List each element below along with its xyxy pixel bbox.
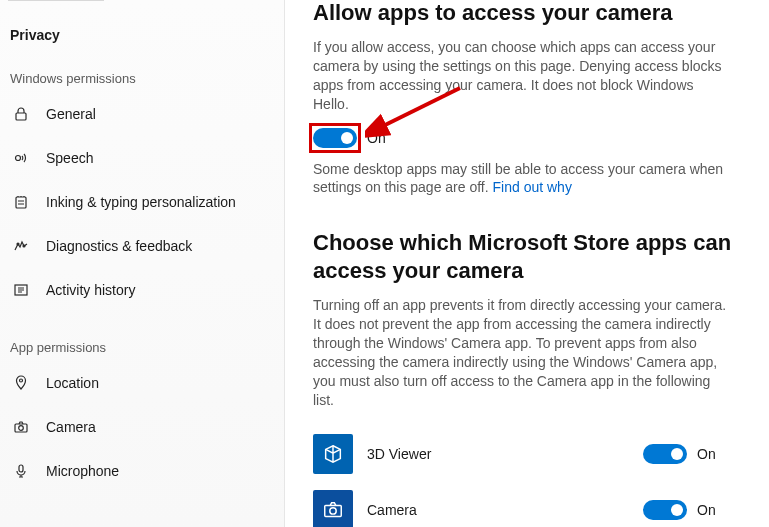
section-note: Some desktop apps may still be able to a… (313, 160, 733, 198)
sidebar-item-label: Speech (46, 150, 93, 166)
sidebar-item-label: General (46, 106, 96, 122)
svg-point-1 (16, 156, 21, 161)
speech-icon (12, 149, 30, 167)
lock-icon (12, 105, 30, 123)
sidebar-item-location[interactable]: Location (0, 361, 284, 405)
cube-icon (313, 434, 353, 474)
location-icon (12, 374, 30, 392)
svg-point-12 (330, 507, 336, 513)
svg-point-8 (19, 426, 24, 431)
sidebar-title: Privacy (0, 21, 284, 61)
section-desc-2: Turning off an app prevents it from dire… (313, 296, 733, 409)
svg-rect-9 (19, 465, 23, 472)
sidebar-item-microphone[interactable]: Microphone (0, 449, 284, 493)
svg-rect-0 (16, 113, 26, 120)
sidebar-item-general[interactable]: General (0, 92, 284, 136)
toggle-state-label: On (697, 502, 716, 518)
sidebar-item-diagnostics[interactable]: Diagnostics & feedback (0, 224, 284, 268)
history-icon (12, 281, 30, 299)
sidebar-item-activity-history[interactable]: Activity history (0, 268, 284, 312)
sidebar-item-label: Inking & typing personalization (46, 194, 236, 210)
app-row-camera: Camera On (313, 482, 733, 527)
app-name: Camera (367, 502, 629, 518)
find-out-why-link[interactable]: Find out why (493, 179, 572, 195)
settings-main: Allow apps to access your camera If you … (285, 0, 769, 527)
camera-app-icon (313, 490, 353, 527)
app-name: 3D Viewer (367, 446, 629, 462)
sidebar-item-camera[interactable]: Camera (0, 405, 284, 449)
svg-rect-2 (16, 197, 26, 208)
sidebar-item-label: Activity history (46, 282, 135, 298)
sidebar-item-label: Microphone (46, 463, 119, 479)
sidebar-item-label: Location (46, 375, 99, 391)
camera-access-toggle[interactable] (313, 128, 357, 148)
sidebar-item-speech[interactable]: Speech (0, 136, 284, 180)
group-label-windows-permissions: Windows permissions (0, 61, 284, 92)
settings-sidebar: Privacy Windows permissions General Spee… (0, 0, 285, 527)
app-permission-list: 3D Viewer On Camera On (313, 426, 749, 527)
sidebar-item-inking[interactable]: Inking & typing personalization (0, 180, 284, 224)
svg-point-4 (23, 245, 25, 247)
app-row-3d-viewer: 3D Viewer On (313, 426, 733, 482)
section-heading-choose-apps: Choose which Microsoft Store apps can ac… (313, 229, 749, 284)
diagnostics-icon (12, 237, 30, 255)
sidebar-item-label: Camera (46, 419, 96, 435)
toggle-state-label: On (367, 130, 386, 146)
toggle-state-label: On (697, 446, 716, 462)
group-label-app-permissions: App permissions (0, 330, 284, 361)
inking-icon (12, 193, 30, 211)
sidebar-item-label: Diagnostics & feedback (46, 238, 192, 254)
svg-point-3 (17, 243, 19, 245)
svg-point-6 (20, 379, 23, 382)
section-desc: If you allow access, you can choose whic… (313, 38, 733, 114)
section-heading-allow-apps: Allow apps to access your camera (313, 0, 749, 26)
divider (8, 0, 104, 1)
app-toggle-camera[interactable] (643, 500, 687, 520)
camera-access-toggle-row: On (313, 128, 749, 148)
camera-icon (12, 418, 30, 436)
microphone-icon (12, 462, 30, 480)
app-toggle-3d-viewer[interactable] (643, 444, 687, 464)
